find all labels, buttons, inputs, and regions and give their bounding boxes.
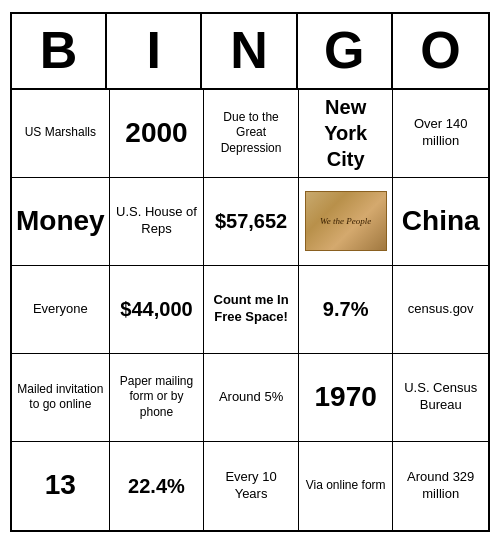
bingo-cell-r3c5: census.gov [393,266,488,354]
bingo-cell-r4c1: Mailed invitation to go online [12,354,110,442]
bingo-cell-r4c4: 1970 [299,354,394,442]
bingo-cell-r1c4: New York City [299,90,394,178]
bingo-cell-r4c2: Paper mailing form or by phone [110,354,205,442]
bingo-cell-r1c3: Due to the Great Depression [204,90,299,178]
bingo-cell-r4c5: U.S. Census Bureau [393,354,488,442]
bingo-card: BINGO US Marshalls2000Due to the Great D… [10,12,490,531]
bingo-letter-i: I [107,14,202,87]
bingo-cell-r2c2: U.S. House of Reps [110,178,205,266]
bingo-cell-r5c2: 22.4% [110,442,205,530]
bingo-cell-r3c1: Everyone [12,266,110,354]
bingo-cell-r5c4: Via online form [299,442,394,530]
bingo-cell-r1c5: Over 140 million [393,90,488,178]
bingo-cell-r5c5: Around 329 million [393,442,488,530]
bingo-letter-n: N [202,14,297,87]
bingo-cell-r1c1: US Marshalls [12,90,110,178]
bingo-grid: US Marshalls2000Due to the Great Depress… [12,90,488,530]
bingo-cell-r3c2: $44,000 [110,266,205,354]
bingo-cell-r2c5: China [393,178,488,266]
bingo-cell-r2c1: Money [12,178,110,266]
bingo-cell-r3c4: 9.7% [299,266,394,354]
bingo-cell-r4c3: Around 5% [204,354,299,442]
bingo-cell-r3c3: Count me In Free Space! [204,266,299,354]
constitution-image: We the People [305,191,387,251]
bingo-cell-r1c2: 2000 [110,90,205,178]
bingo-letter-g: G [298,14,393,87]
bingo-cell-r5c3: Every 10 Years [204,442,299,530]
bingo-letter-b: B [12,14,107,87]
bingo-header: BINGO [12,14,488,89]
bingo-letter-o: O [393,14,488,87]
bingo-cell-r2c4: We the People [299,178,394,266]
bingo-cell-r2c3: $57,652 [204,178,299,266]
bingo-cell-r5c1: 13 [12,442,110,530]
